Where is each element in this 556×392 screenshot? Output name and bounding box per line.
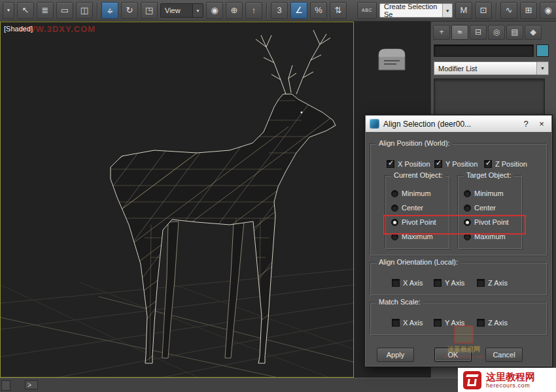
z-position-checkbox[interactable]: ✓ Z Position [484, 160, 527, 168]
scale-z-axis-checkbox[interactable]: Z Axis [477, 319, 508, 327]
close-button[interactable]: × [536, 118, 547, 130]
target-object-label: Target Object: [464, 171, 513, 179]
named-selection-set-dropdown[interactable]: Create Selection Se ▼ [379, 3, 453, 18]
target-maximum-radio[interactable]: Maximum [464, 233, 506, 240]
maxscript-listener-grip[interactable] [1, 380, 10, 391]
target-center-radio[interactable]: Center [464, 204, 496, 212]
orientation-x-axis-checkbox[interactable]: X Axis [392, 279, 423, 287]
use-pivot-center-button[interactable]: ◉ [206, 2, 223, 19]
tab-hierarchy[interactable]: ⊟ [470, 25, 487, 40]
object-name-input[interactable] [434, 44, 534, 57]
viewport-shading-label[interactable]: [Shaded] [4, 25, 33, 33]
select-object-button[interactable]: ↖ [17, 2, 34, 19]
radio-label: Pivot Point [402, 218, 436, 226]
command-panel-tabs: + ≈ ⊟ ◎ ▤ ◆ [433, 25, 542, 40]
tab-motion[interactable]: ◎ [488, 25, 505, 40]
spinner-snap-button[interactable]: ⇅ [330, 2, 347, 19]
perspective-viewport[interactable]: WWW.3DXY.COM [Shaded] [0, 22, 354, 378]
dialog-body: Align Position (World): ✓ X Position ✓ Y… [365, 132, 553, 368]
window-crossing-button[interactable]: ◫ [76, 2, 93, 19]
toolbar-separator [266, 3, 267, 18]
chevron-down-icon: ▼ [442, 4, 452, 17]
site-name: 这里教程网 [486, 371, 535, 382]
tab-display[interactable]: ▤ [506, 25, 523, 40]
move-icon: ↔ ↕ [102, 3, 118, 18]
dialog-titlebar[interactable]: Align Selection (deer00... ? × [366, 116, 551, 132]
maxscript-prompt[interactable]: > [25, 380, 38, 389]
checkbox-label: Y Axis [445, 319, 464, 327]
align-orientation-label: Align Orientation (Local): [376, 258, 460, 266]
checkbox-box [434, 279, 442, 287]
orientation-z-axis-checkbox[interactable]: Z Axis [477, 279, 508, 287]
checkbox-label: X Axis [403, 279, 423, 287]
toolbar-separator [496, 3, 496, 18]
percent-snap-button[interactable]: % [310, 2, 327, 19]
named-sets-edit-button[interactable]: ABC [357, 2, 377, 19]
help-button[interactable]: ? [520, 118, 532, 130]
select-scale-button[interactable]: ◳ [141, 2, 158, 19]
select-move-button[interactable]: ↔ ↕ [101, 2, 118, 19]
current-pivot-point-radio[interactable]: Pivot Point [391, 218, 436, 226]
scale-y-axis-checkbox[interactable]: Y Axis [434, 319, 464, 327]
checkbox-label: Y Position [445, 160, 478, 168]
match-scale-label: Match Scale: [376, 298, 423, 306]
checkbox-box [477, 319, 485, 327]
ok-button[interactable]: OK [434, 348, 472, 362]
object-color-swatch[interactable] [536, 44, 549, 57]
radio-circle [391, 190, 398, 197]
angle-snap-button[interactable]: ∠ [290, 2, 307, 19]
checkbox-box [392, 279, 400, 287]
site-emblem-icon [463, 371, 481, 389]
current-minimum-radio[interactable]: Minimum [391, 189, 431, 197]
radio-circle [391, 204, 398, 212]
mirror-button[interactable]: M [455, 2, 472, 19]
current-center-radio[interactable]: Center [391, 204, 423, 212]
radio-circle [391, 219, 398, 226]
checkbox-label: Z Position [495, 160, 527, 168]
snaps-toggle-button[interactable]: 3 [271, 2, 288, 19]
rectangular-selection-button[interactable]: ▭ [56, 2, 73, 19]
select-rotate-button[interactable]: ↻ [121, 2, 138, 19]
deer-wireframe-scene [1, 22, 353, 377]
material-editor-button[interactable]: ◉ [540, 2, 556, 19]
chevron-down-icon: ▼ [536, 62, 548, 74]
radio-label: Minimum [402, 189, 431, 197]
modifier-list-dropdown[interactable]: Modifier List ▼ [434, 61, 549, 75]
align-button[interactable]: ⊡ [475, 2, 492, 19]
radio-circle [464, 190, 471, 197]
checkbox-label: Z Axis [488, 319, 508, 327]
main-toolbar: ▼ ↖ ≣ ▭ ◫ ↔ ↕ ↻ ◳ View ▼ ◉ ⊕ ↑ 3 ∠ % ⇅ A… [0, 0, 556, 22]
current-maximum-radio[interactable]: Maximum [391, 233, 433, 240]
radio-label: Maximum [474, 233, 506, 240]
current-object-group: Current Object: Minimum Center Pivot Poi… [385, 176, 449, 249]
reference-coordinate-value: View [165, 7, 181, 14]
checkbox-label: Z Axis [488, 279, 508, 287]
checkbox-label: Y Axis [445, 279, 464, 287]
radio-circle [464, 219, 471, 226]
target-pivot-point-radio[interactable]: Pivot Point [464, 218, 509, 226]
3dsmax-window: ▼ ↖ ≣ ▭ ◫ ↔ ↕ ↻ ◳ View ▼ ◉ ⊕ ↑ 3 ∠ % ⇅ A… [0, 0, 556, 392]
radio-circle [464, 204, 471, 212]
selection-filter-dropdown[interactable]: ▼ [3, 2, 14, 19]
radio-label: Pivot Point [474, 218, 509, 226]
checkbox-box: ✓ [387, 160, 394, 168]
apply-button[interactable]: Apply [377, 348, 414, 362]
target-box-object [375, 46, 408, 73]
keyboard-override-button[interactable]: ↑ [245, 2, 262, 19]
tab-modify[interactable]: ≈ [451, 25, 468, 40]
checkbox-label: X Position [398, 160, 430, 168]
tab-utilities[interactable]: ◆ [525, 25, 542, 40]
x-position-checkbox[interactable]: ✓ X Position [387, 160, 430, 168]
select-manipulate-button[interactable]: ⊕ [226, 2, 243, 19]
reference-coordinate-dropdown[interactable]: View ▼ [160, 3, 203, 18]
y-position-checkbox[interactable]: ✓ Y Position [434, 160, 478, 168]
radio-circle [464, 233, 471, 240]
scale-x-axis-checkbox[interactable]: X Axis [392, 319, 423, 327]
cancel-button[interactable]: Cancel [485, 348, 523, 362]
orientation-y-axis-checkbox[interactable]: Y Axis [434, 279, 464, 287]
select-by-name-button[interactable]: ≣ [37, 2, 54, 19]
tab-create[interactable]: + [433, 25, 450, 40]
schematic-view-button[interactable]: ⊞ [520, 2, 537, 19]
curve-editor-button[interactable]: ∿ [500, 2, 517, 19]
target-minimum-radio[interactable]: Minimum [464, 189, 504, 197]
